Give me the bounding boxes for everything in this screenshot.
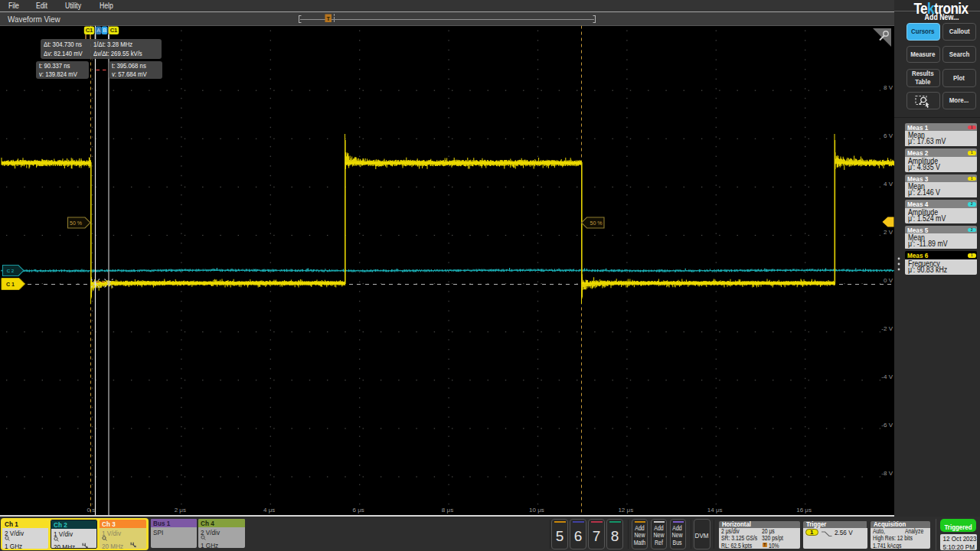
svg-text:16 μs: 16 μs [796, 507, 812, 514]
svg-text:2 V: 2 V [884, 229, 893, 236]
svg-text:4 V: 4 V [884, 181, 893, 187]
svg-text:-2 V: -2 V [881, 325, 893, 332]
svg-text:-4 V: -4 V [881, 373, 893, 380]
svg-text:0 s: 0 s [87, 507, 96, 514]
svg-text:6 V: 6 V [884, 132, 893, 139]
svg-text:4 μs: 4 μs [263, 507, 275, 514]
svg-text:B: B [103, 27, 106, 34]
svg-text:10 μs: 10 μs [529, 507, 544, 514]
svg-text:12 μs: 12 μs [618, 507, 633, 514]
svg-text:2 μs: 2 μs [175, 507, 186, 514]
svg-text:8 μs: 8 μs [442, 507, 453, 514]
svg-text:50 %: 50 % [590, 220, 603, 226]
svg-text:C1: C1 [86, 27, 93, 34]
svg-text:8 V: 8 V [884, 84, 893, 91]
svg-text:-6 V: -6 V [881, 422, 893, 429]
svg-text:-8 V: -8 V [881, 470, 893, 477]
svg-text:C 1: C 1 [6, 282, 15, 287]
svg-text:0 V: 0 V [884, 277, 893, 284]
svg-text:50 %: 50 % [70, 220, 82, 226]
svg-text:6 μs: 6 μs [352, 507, 364, 514]
svg-text:14 μs: 14 μs [707, 507, 723, 514]
svg-text:C 2: C 2 [7, 268, 15, 273]
svg-text:A: A [96, 27, 100, 34]
svg-text:C1: C1 [110, 27, 118, 34]
